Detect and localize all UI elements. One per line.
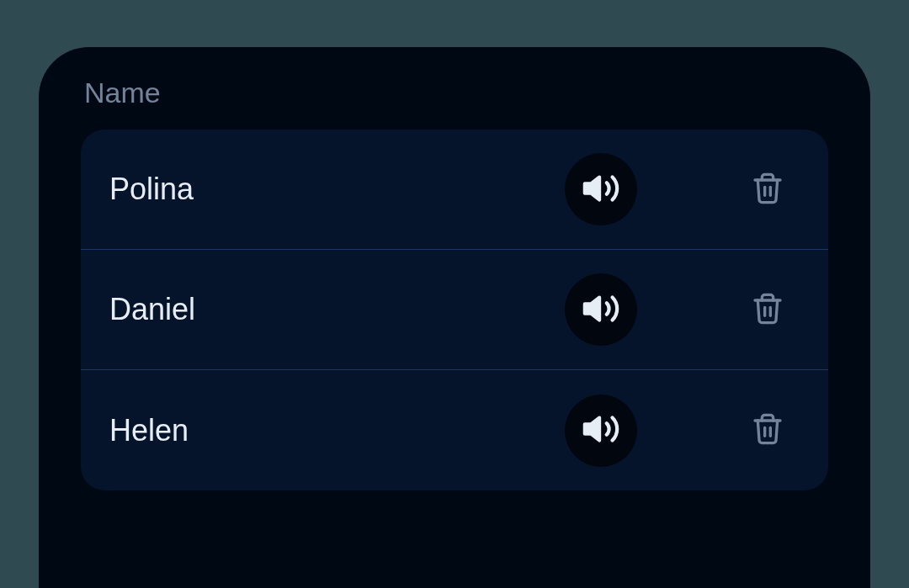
play-button[interactable]: [565, 273, 637, 346]
svg-marker-3: [585, 297, 599, 320]
delete-button[interactable]: [751, 412, 784, 448]
voice-list: Polina: [81, 130, 828, 490]
trash-icon: [751, 292, 784, 328]
svg-marker-6: [585, 418, 599, 441]
row-actions: [565, 395, 800, 467]
trash-icon: [751, 412, 784, 448]
voice-name-label: Helen: [109, 413, 565, 448]
column-header-name: Name: [84, 77, 828, 109]
speaker-icon: [582, 289, 620, 331]
row-actions: [565, 273, 800, 346]
play-button[interactable]: [565, 395, 637, 467]
list-item: Polina: [81, 130, 828, 250]
voice-name-label: Polina: [109, 172, 565, 207]
speaker-icon: [582, 169, 620, 210]
row-actions: [565, 153, 800, 225]
speaker-icon: [582, 410, 620, 451]
delete-button[interactable]: [751, 292, 784, 328]
voice-name-label: Daniel: [109, 292, 565, 327]
list-item: Helen: [81, 370, 828, 490]
svg-marker-0: [585, 177, 599, 199]
play-button[interactable]: [565, 153, 637, 225]
trash-icon: [751, 172, 784, 208]
delete-button[interactable]: [751, 172, 784, 208]
voice-list-panel: Name Polina: [39, 47, 870, 588]
list-item: Daniel: [81, 250, 828, 370]
